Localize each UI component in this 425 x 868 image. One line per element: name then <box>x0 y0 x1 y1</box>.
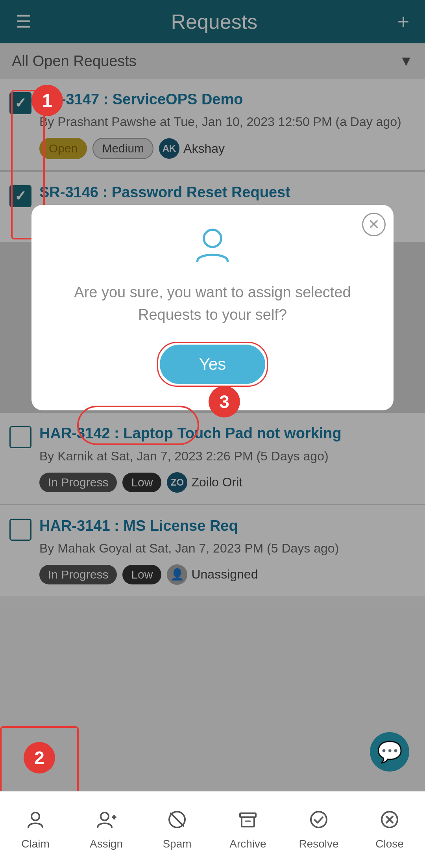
svg-line-6 <box>171 813 183 826</box>
spam-icon <box>167 809 187 835</box>
close-nav-icon <box>379 809 400 835</box>
archive-icon <box>238 809 258 835</box>
yes-button[interactable]: Yes <box>160 345 266 384</box>
svg-rect-8 <box>242 817 254 827</box>
archive-label: Archive <box>229 838 266 850</box>
nav-item-archive[interactable]: Archive <box>213 805 283 854</box>
modal-close-button[interactable]: ✕ <box>362 213 386 236</box>
spam-label: Spam <box>163 838 191 850</box>
svg-point-2 <box>101 812 109 820</box>
modal-message: Are you sure, you want to assign selecte… <box>47 281 378 326</box>
assign-icon <box>96 809 116 835</box>
nav-item-claim[interactable]: Claim <box>0 805 71 854</box>
chat-bubble[interactable]: 💬 <box>370 732 409 772</box>
resolve-label: Resolve <box>299 838 338 850</box>
bottom-navigation: Claim Assign Spam <box>0 791 425 868</box>
yes-button-wrapper: Yes <box>157 342 268 387</box>
svg-point-10 <box>311 812 327 827</box>
close-icon: ✕ <box>368 216 380 233</box>
claim-label: Claim <box>21 838 50 850</box>
resolve-icon <box>309 809 329 835</box>
nav-item-close[interactable]: Close <box>354 805 425 854</box>
nav-item-assign[interactable]: Assign <box>71 805 142 854</box>
step-1-badge: 1 <box>31 85 63 116</box>
user-icon <box>191 224 234 269</box>
nav-item-spam[interactable]: Spam <box>142 805 213 854</box>
svg-point-1 <box>31 812 39 820</box>
modal-overlay <box>0 0 425 868</box>
assign-confirm-modal: ✕ Are you sure, you want to assign selec… <box>31 205 394 410</box>
chat-icon: 💬 <box>377 740 403 764</box>
assign-label: Assign <box>90 838 123 850</box>
claim-icon <box>25 809 46 835</box>
nav-item-resolve[interactable]: Resolve <box>283 805 354 854</box>
svg-point-0 <box>204 230 221 247</box>
close-label: Close <box>375 838 404 850</box>
step-2-badge: 2 <box>24 742 55 773</box>
step-3-badge: 3 <box>209 386 240 417</box>
